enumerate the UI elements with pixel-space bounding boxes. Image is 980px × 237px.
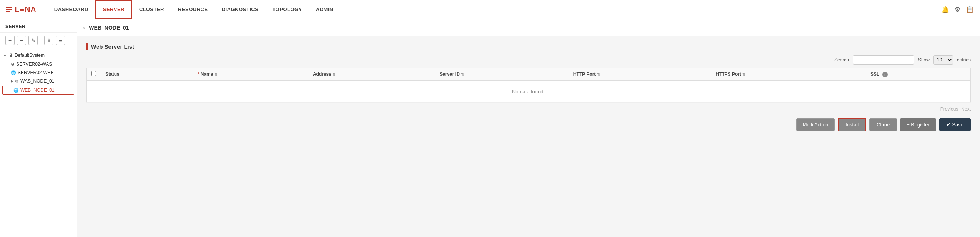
sort-icon-name: ⇅ [215,72,218,76]
col-address[interactable]: Address ⇅ [308,68,435,81]
remove-button[interactable]: − [17,36,26,45]
section-title-bar [86,43,88,50]
ssl-info-icon[interactable]: i [882,72,888,77]
tree-root-label: DefaultSystem [15,53,45,58]
sidebar-item-server02-was[interactable]: ⚙ SERVER02-WAS [0,60,77,68]
table-controls: Search Show 10 25 50 100 entries [86,55,971,65]
nav-admin[interactable]: ADMIN [309,0,340,19]
breadcrumb-path: WEB_NODE_01 [89,25,129,31]
nav-server[interactable]: SERVER [95,0,132,19]
pagination-row: Previous Next [86,103,971,113]
sidebar-header: SERVER [0,19,77,33]
sidebar-item-was-node-01[interactable]: ▶ ⚙ WAS_NODE_01 [0,77,77,85]
content-area: ‹ WEB_NODE_01 Web Server List Search Sho… [77,19,980,237]
sort-icon-https: ⇅ [742,72,745,76]
web-node-label: WEB_NODE_01 [20,88,55,93]
search-label: Search [834,57,849,63]
show-select[interactable]: 10 25 50 100 [933,55,953,65]
server02-web-icon: 🌐 [11,70,16,75]
section-title: Web Server List [91,43,134,50]
settings-icon[interactable]: ⚙ [955,5,960,13]
data-table: Status * Name ⇅ Address ⇅ Server ID ⇅ HT [86,68,971,103]
edit-button[interactable]: ✎ [28,36,38,45]
sort-icon-serverid: ⇅ [461,72,464,76]
col-http-port[interactable]: HTTP Port ⇅ [569,68,711,81]
no-data-row: No data found. [87,81,971,103]
sidebar-divider [41,37,41,44]
col-status: Status [101,68,193,81]
nav-right-icons: 🔔 ⚙ 📋 [941,5,974,13]
tree-root[interactable]: ▼ 🖥 DefaultSystem [0,51,77,60]
sidebar: SERVER + − ✎ ⇧ ≡ ▼ 🖥 DefaultSystem ⚙ SER… [0,19,77,237]
main-layout: SERVER + − ✎ ⇧ ≡ ▼ 🖥 DefaultSystem ⚙ SER… [0,19,980,237]
was-node-icon: ⚙ [15,79,19,84]
entries-label: entries [957,57,971,63]
page-content: Web Server List Search Show 10 25 50 100… [77,36,980,237]
sidebar-toolbar: + − ✎ ⇧ ≡ [0,33,77,48]
col-server-id[interactable]: Server ID ⇅ [435,68,569,81]
col-ssl: SSL i [866,68,970,81]
select-all-checkbox[interactable] [91,71,96,76]
next-button[interactable]: Next [961,106,971,112]
tree-root-expand: ▼ [3,53,7,58]
server02-web-label: SERVER02-WEB [18,70,54,75]
logo-text: L≡NA [15,5,37,14]
save-button[interactable]: ✔ Save [939,118,971,131]
top-nav: L≡NA DASHBOARD SERVER CLUSTER RESOURCE D… [0,0,980,19]
sort-icon-address: ⇅ [333,72,336,76]
nav-cluster[interactable]: CLUSTER [132,0,171,19]
show-label: Show [918,57,930,63]
install-button[interactable]: Install [838,118,866,131]
sort-icon-http: ⇅ [597,72,600,76]
action-row: Multi Action Install Clone + Register ✔ … [86,113,971,133]
server02-was-label: SERVER02-WAS [16,61,52,67]
user-icon[interactable]: 📋 [966,5,974,13]
nav-diagnostics[interactable]: DIAGNOSTICS [215,0,266,19]
was-node-label: WAS_NODE_01 [20,78,54,84]
nav-topology[interactable]: TOPOLOGY [265,0,309,19]
sidebar-tree: ▼ 🖥 DefaultSystem ⚙ SERVER02-WAS 🌐 SERVE… [0,48,77,237]
col-checkbox [87,68,101,81]
tree-root-icon: 🖥 [8,53,13,58]
col-name[interactable]: * Name ⇅ [193,68,308,81]
section-title-row: Web Server List [86,43,971,50]
search-input[interactable] [853,55,914,65]
col-https-port[interactable]: HTTPS Port ⇅ [711,68,866,81]
upload-button[interactable]: ⇧ [44,36,53,45]
logo[interactable]: L≡NA [6,5,37,14]
filter-button[interactable]: ≡ [56,36,65,45]
sidebar-item-server02-web[interactable]: 🌐 SERVER02-WEB [0,68,77,77]
notification-icon[interactable]: 🔔 [941,5,949,13]
server02-was-icon: ⚙ [11,62,15,67]
multi-action-button[interactable]: Multi Action [796,118,835,131]
breadcrumb-toggle[interactable]: ‹ [83,24,85,31]
breadcrumb-bar: ‹ WEB_NODE_01 [77,19,980,36]
sidebar-item-web-node-01[interactable]: 🌐 WEB_NODE_01 [2,86,74,95]
nav-resource[interactable]: RESOURCE [171,0,215,19]
register-button[interactable]: + Register [900,118,936,131]
previous-button[interactable]: Previous [940,106,958,112]
clone-button[interactable]: Clone [869,118,897,131]
required-star: * [198,71,201,77]
add-button[interactable]: + [5,36,15,45]
web-node-icon: 🌐 [13,88,19,93]
nav-dashboard[interactable]: DASHBOARD [47,0,95,19]
nav-items: DASHBOARD SERVER CLUSTER RESOURCE DIAGNO… [47,0,941,19]
was-node-expand: ▶ [11,79,13,83]
